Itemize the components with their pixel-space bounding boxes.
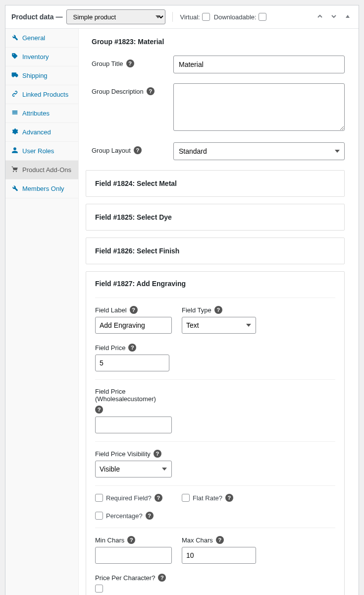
- field-heading: Field #1825: Select Dye: [95, 213, 335, 221]
- sidebar-item-general[interactable]: General: [5, 29, 78, 48]
- required-lbl: Required Field?: [106, 494, 152, 502]
- field-heading: Field #1826: Select Finish: [95, 247, 335, 255]
- sidebar-item-label: Shipping: [22, 72, 48, 79]
- sidebar-item-label: General: [22, 34, 45, 42]
- gear-icon: [11, 128, 18, 136]
- virtual-checkbox[interactable]: [202, 13, 210, 21]
- group-layout-label: Group Layout ?: [92, 142, 173, 154]
- field-label-lbl: Field Label: [95, 306, 127, 314]
- group-heading: Group #1823: Material: [92, 38, 345, 46]
- sidebar-item-inventory[interactable]: Inventory: [5, 48, 78, 66]
- help-icon[interactable]: ?: [158, 574, 166, 582]
- ppc-lbl: Price Per Character?: [95, 574, 155, 582]
- virtual-label-text: Virtual:: [180, 13, 200, 21]
- field-type-lbl: Field Type: [182, 306, 211, 314]
- user-icon: [11, 147, 18, 155]
- field-wholesale-lbl: Field Price (Wholesalecustomer): [95, 388, 169, 403]
- product-data-panel: Product data — Simple product Virtual: D…: [5, 5, 359, 595]
- ppc-checkbox[interactable]: [95, 585, 103, 593]
- wrench-icon: [11, 184, 18, 193]
- field-card-collapsed[interactable]: Field #1825: Select Dye: [86, 204, 345, 231]
- minchars-lbl: Min Chars: [95, 536, 124, 544]
- divider: [172, 12, 173, 22]
- wrench-icon: [11, 34, 18, 42]
- help-icon[interactable]: ?: [128, 344, 136, 352]
- product-type-select[interactable]: Simple product: [66, 9, 165, 24]
- minchars-input[interactable]: [95, 547, 172, 564]
- help-icon[interactable]: ?: [214, 306, 222, 314]
- help-icon[interactable]: ?: [154, 450, 161, 458]
- group-desc-label: Group Description ?: [92, 83, 173, 95]
- sidebar-item-label: Attributes: [22, 110, 50, 117]
- help-icon[interactable]: ?: [126, 60, 134, 67]
- sidebar-item-user-roles[interactable]: User Roles: [5, 142, 78, 161]
- percentage-lbl: Percentage?: [106, 512, 143, 520]
- chevron-down-icon[interactable]: [329, 12, 339, 22]
- product-data-header: Product data — Simple product Virtual: D…: [5, 5, 359, 29]
- group-title-input[interactable]: [173, 56, 345, 73]
- help-icon[interactable]: ?: [216, 536, 224, 544]
- field-heading: Field #1824: Select Metal: [95, 179, 335, 187]
- help-icon[interactable]: ?: [146, 512, 154, 520]
- tag-icon: [11, 53, 18, 61]
- help-icon[interactable]: ?: [130, 306, 138, 314]
- sidebar-item-label: Product Add-Ons: [22, 166, 71, 174]
- field-visibility-lbl: Field Price Visibility: [95, 450, 151, 458]
- sidebar-item-label: Members Only: [22, 185, 64, 192]
- field-card-open: Field #1827: Add Engraving Field Label? …: [86, 271, 345, 595]
- flatrate-lbl: Flat Rate?: [193, 494, 222, 502]
- group-title-row: Group Title ?: [92, 56, 345, 73]
- addons-content: Group #1823: Material Group Title ? Grou…: [79, 29, 359, 595]
- triangle-up-icon[interactable]: [343, 12, 353, 22]
- chevron-up-icon[interactable]: [315, 12, 325, 22]
- list-icon: [11, 109, 18, 118]
- help-icon[interactable]: ?: [127, 536, 135, 544]
- help-icon[interactable]: ?: [95, 406, 103, 414]
- field-card-collapsed[interactable]: Field #1826: Select Finish: [86, 238, 345, 264]
- percentage-checkbox[interactable]: [95, 512, 103, 520]
- sidebar-item-addons[interactable]: Product Add-Ons: [5, 161, 78, 179]
- product-data-body: General Inventory Shipping Linked Produc…: [5, 29, 359, 595]
- flatrate-checkbox[interactable]: [182, 494, 190, 502]
- virtual-checkbox-label[interactable]: Virtual:: [180, 13, 209, 21]
- group-desc-textarea[interactable]: [173, 83, 345, 131]
- sidebar-item-label: Linked Products: [22, 91, 68, 98]
- field-wholesale-input[interactable]: [95, 416, 172, 433]
- field-price-input[interactable]: [95, 355, 169, 371]
- maxchars-input[interactable]: [182, 547, 256, 564]
- sidebar-item-label: Advanced: [22, 128, 51, 136]
- sidebar-item-members[interactable]: Members Only: [5, 179, 78, 198]
- group-layout-select[interactable]: Standard: [173, 142, 345, 160]
- downloadable-checkbox-label[interactable]: Downloadable:: [214, 13, 266, 21]
- help-icon[interactable]: ?: [134, 146, 142, 154]
- downloadable-label-text: Downloadable:: [214, 13, 257, 21]
- maxchars-lbl: Max Chars: [182, 536, 213, 544]
- sidebar-item-label: Inventory: [22, 53, 49, 60]
- sidebar-item-linked[interactable]: Linked Products: [5, 85, 78, 104]
- truck-icon: [11, 71, 18, 80]
- help-icon[interactable]: ?: [155, 494, 162, 502]
- cart-icon: [11, 166, 18, 174]
- sidebar-item-label: User Roles: [22, 147, 54, 155]
- group-desc-row: Group Description ?: [92, 83, 345, 132]
- product-data-sidebar: General Inventory Shipping Linked Produc…: [5, 29, 79, 595]
- required-checkbox[interactable]: [95, 494, 103, 502]
- field-visibility-select[interactable]: Visible: [95, 461, 172, 477]
- field-label-input[interactable]: [95, 317, 172, 334]
- sidebar-item-attributes[interactable]: Attributes: [5, 104, 78, 123]
- field-heading[interactable]: Field #1827: Add Engraving: [95, 280, 335, 288]
- product-data-title: Product data —: [11, 13, 62, 21]
- link-icon: [11, 90, 18, 99]
- field-price-lbl: Field Price: [95, 344, 125, 352]
- field-card-collapsed[interactable]: Field #1824: Select Metal: [86, 170, 345, 197]
- field-type-select[interactable]: Text: [182, 317, 256, 334]
- sidebar-item-advanced[interactable]: Advanced: [5, 123, 78, 142]
- sidebar-item-shipping[interactable]: Shipping: [5, 66, 78, 85]
- help-icon[interactable]: ?: [225, 494, 233, 502]
- group-layout-row: Group Layout ? Standard: [92, 142, 345, 160]
- downloadable-checkbox[interactable]: [259, 13, 266, 21]
- help-icon[interactable]: ?: [147, 87, 155, 95]
- group-title-label: Group Title ?: [92, 56, 173, 67]
